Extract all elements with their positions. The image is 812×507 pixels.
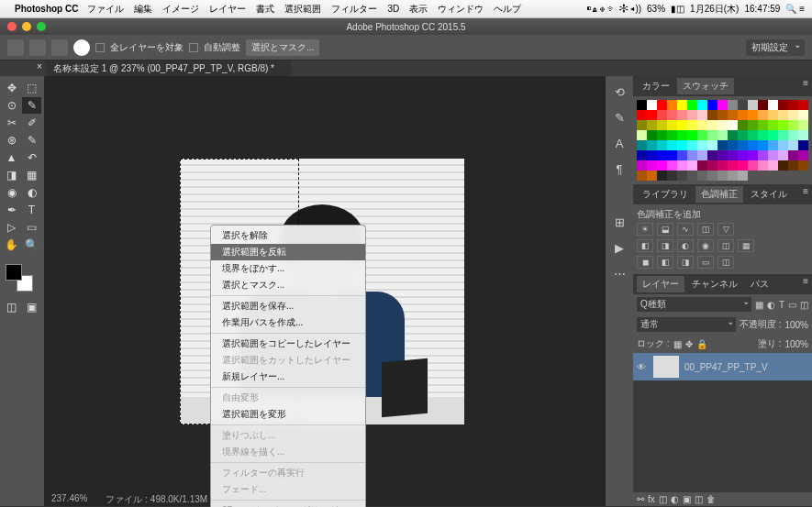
spotlight-icon[interactable]: 🔍 ≡ bbox=[785, 4, 805, 14]
swatch[interactable] bbox=[637, 120, 647, 130]
lib-tab[interactable]: ライブラリ bbox=[637, 186, 694, 203]
swatch[interactable] bbox=[728, 130, 738, 140]
new-layer-icon[interactable]: ◫ bbox=[695, 494, 703, 504]
menu-filter[interactable]: フィルター bbox=[331, 3, 377, 16]
swatch[interactable] bbox=[657, 100, 667, 110]
heal-tool[interactable]: ⊛ bbox=[2, 132, 21, 149]
swatch[interactable] bbox=[758, 140, 768, 150]
info-panel-icon[interactable]: ⋯ bbox=[611, 265, 628, 281]
swatch[interactable] bbox=[647, 100, 657, 110]
adj-lut[interactable]: ▦ bbox=[738, 239, 754, 252]
brushes-panel-icon[interactable]: ✎ bbox=[611, 109, 628, 126]
swatch[interactable] bbox=[647, 171, 657, 181]
swatch[interactable] bbox=[738, 171, 748, 181]
swatch[interactable] bbox=[637, 100, 647, 110]
swatch[interactable] bbox=[687, 110, 697, 120]
swatch[interactable] bbox=[717, 110, 728, 120]
menu-layer[interactable]: レイヤー bbox=[209, 3, 246, 16]
swatch[interactable] bbox=[647, 110, 657, 120]
filter-pix-icon[interactable]: ▦ bbox=[755, 300, 763, 310]
swatch[interactable] bbox=[657, 150, 667, 160]
swatch[interactable] bbox=[738, 140, 748, 150]
para-panel-icon[interactable]: ¶ bbox=[611, 160, 628, 177]
swatch[interactable] bbox=[798, 130, 808, 140]
swatch[interactable] bbox=[637, 150, 647, 160]
swatch[interactable] bbox=[768, 150, 778, 160]
swatch[interactable] bbox=[697, 171, 707, 181]
zoom-button[interactable] bbox=[37, 22, 46, 31]
swatch[interactable] bbox=[788, 150, 798, 160]
swatch[interactable] bbox=[788, 140, 798, 150]
swatches-grid[interactable] bbox=[633, 96, 812, 184]
swatch[interactable] bbox=[657, 130, 667, 140]
swatch[interactable] bbox=[717, 100, 728, 110]
lock-all-icon[interactable]: 🔒 bbox=[696, 339, 707, 349]
swatch[interactable] bbox=[768, 120, 778, 130]
swatch[interactable] bbox=[687, 160, 697, 171]
swatch[interactable] bbox=[667, 130, 677, 140]
swatch[interactable] bbox=[728, 160, 738, 171]
swatch[interactable] bbox=[798, 120, 808, 130]
zoom-tool[interactable]: 🔍 bbox=[22, 237, 41, 253]
adj-grad[interactable]: ▭ bbox=[697, 256, 714, 269]
swatch[interactable] bbox=[717, 130, 728, 140]
close-button[interactable] bbox=[7, 22, 17, 31]
menu-image[interactable]: イメージ bbox=[162, 3, 199, 16]
link-icon[interactable]: ⚯ bbox=[637, 494, 644, 504]
swatch[interactable] bbox=[768, 100, 778, 110]
menu-select[interactable]: 選択範囲 bbox=[284, 3, 321, 16]
swatch[interactable] bbox=[758, 120, 768, 130]
adj-inv[interactable]: ◼ bbox=[637, 256, 653, 269]
menu-file[interactable]: ファイル bbox=[87, 3, 124, 16]
adj-mixer[interactable]: ◫ bbox=[717, 239, 734, 252]
swatch[interactable] bbox=[788, 160, 798, 171]
adj-sel[interactable]: ◫ bbox=[717, 256, 734, 269]
swatch[interactable] bbox=[667, 120, 677, 130]
ctx-item[interactable]: 新規レイヤー... bbox=[211, 369, 365, 385]
swatch[interactable] bbox=[667, 110, 677, 120]
swatch[interactable] bbox=[687, 120, 697, 130]
layer-name[interactable]: 00_PP47_PP_TP_V bbox=[684, 362, 768, 372]
swatch[interactable] bbox=[707, 130, 717, 140]
char-panel-icon[interactable]: A bbox=[611, 135, 628, 151]
brush-preview[interactable] bbox=[73, 39, 90, 56]
swatch[interactable] bbox=[707, 110, 717, 120]
doc-tab[interactable]: ×名称未設定 1 @ 237% (00_PP47_PP_TP_V, RGB/8)… bbox=[46, 61, 291, 76]
swatch[interactable] bbox=[738, 130, 748, 140]
swatch[interactable] bbox=[647, 160, 657, 171]
swatch[interactable] bbox=[717, 150, 728, 160]
eraser-tool[interactable]: ◨ bbox=[2, 167, 21, 183]
swatch[interactable] bbox=[647, 150, 657, 160]
swatch[interactable] bbox=[717, 120, 728, 130]
swatch[interactable] bbox=[677, 100, 687, 110]
adj-bal[interactable]: ◨ bbox=[657, 239, 673, 252]
ctx-item[interactable]: 選択範囲を保存... bbox=[211, 298, 365, 314]
swatch[interactable] bbox=[707, 171, 717, 181]
screenmode-tool[interactable]: ▣ bbox=[22, 299, 41, 315]
preset-select[interactable]: 初期設定 bbox=[746, 39, 805, 56]
adj-levels[interactable]: ⬓ bbox=[657, 223, 673, 236]
gradient-tool[interactable]: ▦ bbox=[22, 167, 41, 183]
path-tab[interactable]: パス bbox=[745, 276, 774, 292]
menu-3d[interactable]: 3D bbox=[387, 4, 399, 14]
swatch[interactable] bbox=[637, 140, 647, 150]
swatch[interactable] bbox=[697, 150, 707, 160]
filter-smart-icon[interactable]: ◫ bbox=[800, 300, 808, 310]
swatch[interactable] bbox=[657, 140, 667, 150]
adj-tab[interactable]: 色調補正 bbox=[695, 186, 743, 203]
opt-icon-1[interactable] bbox=[29, 39, 46, 56]
swatch[interactable] bbox=[677, 120, 687, 130]
swatch[interactable] bbox=[677, 110, 687, 120]
select-mask-button[interactable]: 選択とマスク... bbox=[246, 39, 319, 56]
ctx-item[interactable]: 作業用パスを作成... bbox=[211, 314, 365, 331]
brush-tool[interactable]: ✎ bbox=[22, 132, 41, 149]
menu-help[interactable]: ヘルプ bbox=[494, 3, 521, 16]
swatch[interactable] bbox=[647, 140, 657, 150]
fill-value[interactable]: 100% bbox=[784, 339, 808, 349]
swatch[interactable] bbox=[768, 160, 778, 171]
filter-shape-icon[interactable]: ▭ bbox=[788, 300, 796, 310]
fx-icon[interactable]: fx bbox=[648, 494, 655, 504]
layer-thumb[interactable] bbox=[653, 356, 679, 378]
swatch[interactable] bbox=[707, 150, 717, 160]
swatch[interactable] bbox=[687, 130, 697, 140]
